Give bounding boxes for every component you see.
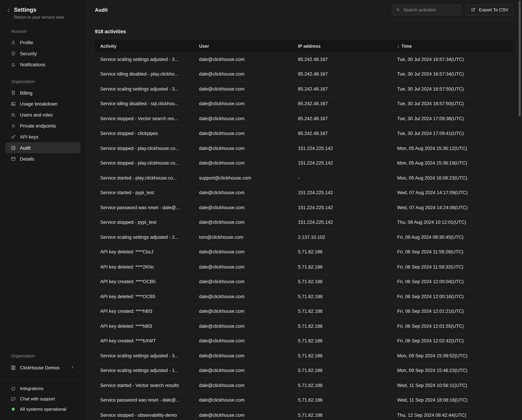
ip-cell: 2.137.10.102 [293,234,392,240]
activity-cell: Service stopped - pypi_test [95,220,194,225]
export-csv-button[interactable]: Export To CSV [466,4,513,15]
table-row[interactable]: Service stopped - observability-demo dal… [95,408,513,420]
sidebar-item-label: Details [20,156,34,162]
time-cell: Wed, 11 Sep 2024 10:56:11(UTC) [392,383,513,388]
activity-cell: Service scaling settings adjusted - 2... [95,234,194,240]
sidebar-item-label: API keys [20,134,38,140]
column-header-time[interactable]: ↓ Time [392,44,513,48]
table-row[interactable]: API key deleted: ****CbzJ dale@clickhous… [95,245,513,259]
table-row[interactable]: Service password was reset - dale@... da… [95,200,513,215]
ip-cell: 85.242.48.167 [293,56,392,62]
activity-cell: Service scaling settings adjusted - 1... [95,368,194,373]
column-header-ip[interactable]: IP address [293,44,392,48]
bell-icon [11,62,16,67]
ip-cell: 5.71.62.186 [293,383,392,388]
sidebar-item-users-and-roles[interactable]: Users and roles [5,109,81,120]
activity-cell: Service stopped - play.clickhouse.co... [95,160,194,166]
table-row[interactable]: Service stopped - Vector search res... d… [95,111,513,126]
table-row[interactable]: Service stopped - pypi_test dale@clickho… [95,215,513,230]
ip-cell: 5.71.62.186 [293,338,392,343]
integrations-link[interactable]: Integrations [5,383,81,394]
search-input[interactable] [403,8,457,12]
activity-cell: Service scaling settings adjusted - 3... [95,56,194,62]
table-row[interactable]: Service stopped - clickpipes dale@clickh… [95,126,513,141]
key-icon [11,134,16,140]
activity-cell: Service started - pypi_test [95,190,194,195]
sidebar-item-api-keys[interactable]: API keys [5,131,81,142]
chat-support-link[interactable]: Chat with support [5,394,81,404]
user-cell: dale@clickhouse.com [194,190,293,195]
sidebar-item-private-endpoints[interactable]: Private endpoints [5,120,81,131]
time-cell: Mon, 09 Sep 2024 15:39:52(UTC) [392,353,513,358]
sidebar-item-notifications[interactable]: Notifications [5,59,81,70]
sidebar-item-audit[interactable]: Audit [5,142,81,153]
table-row[interactable]: Service started - Vector search results … [95,378,513,393]
image-chart-icon [11,101,16,106]
table-row[interactable]: API key deleted: ****OCB5 dale@clickhous… [95,289,513,304]
search-box[interactable] [392,4,461,15]
sidebar-item-label: Profile [20,40,33,45]
table-row[interactable]: Service scaling settings adjusted - 1...… [95,363,513,378]
table-row[interactable]: Service scaling settings adjusted - 3...… [95,52,513,67]
sidebar-item-details[interactable]: Details [5,153,81,164]
activity-cell: Service password was reset - dale@... [95,205,194,210]
table-row[interactable]: API key deleted: ****hBl3 dale@clickhous… [95,319,513,334]
activity-cell: Service started - play.clickhouse.co... [95,175,194,180]
time-cell: Fri, 06 Sep 2024 12:02:42(UTC) [392,338,513,343]
audit-check-icon [11,145,16,150]
table-row[interactable]: Service idling disabled - play.clickho..… [95,67,513,82]
table-row[interactable]: Service password was reset - dale@... da… [95,393,513,408]
sidebar-item-billing[interactable]: Billing [5,87,81,98]
shield-icon [11,51,16,56]
time-cell: Fri, 09 Aug 2024 08:30:45(UTC) [392,234,513,240]
table-row[interactable]: API key created: ****OCB5 dale@clickhous… [95,274,513,289]
system-status[interactable]: All systems operational [5,404,81,414]
sidebar-item-usage-breakdown[interactable]: Usage breakdown [5,98,81,109]
sidebar-item-security[interactable]: Security [5,48,81,59]
activity-cell: API key deleted: ****2KNc [95,264,194,269]
table-row[interactable]: Service stopped - play.clickhouse.co... … [95,141,513,156]
main-panel: Audit Export To CSV 918 activities [86,0,522,420]
time-cell: Thu, 08 Aug 2024 10:12:01(UTC) [392,220,513,225]
table-row[interactable]: API key created: ****hBl3 dale@clickhous… [95,304,513,319]
chat-support-label: Chat with support [20,397,55,401]
sidebar-item-profile[interactable]: Profile [5,37,81,48]
time-cell: Wed, 07 Aug 2024 14:17:09(UTC) [392,190,513,195]
page-header: Audit Export To CSV [86,0,522,20]
user-cell: dale@clickhouse.com [194,101,293,106]
user-cell: dale@clickhouse.com [194,71,293,77]
time-cell: Fri, 06 Sep 2024 12:01:21(UTC) [392,308,513,314]
user-cell: dale@clickhouse.com [194,264,293,269]
table-row[interactable]: Service scaling settings adjusted - 3...… [95,82,513,96]
table-row[interactable]: Service started - play.clickhouse.co... … [95,171,513,185]
table-row[interactable]: API key created: ****bXWT dale@clickhous… [95,334,513,348]
time-cell: Fri, 06 Sep 2024 12:00:16(UTC) [392,294,513,299]
vertical-scrollbar[interactable] [519,1,521,117]
chevron-left-icon [6,8,11,13]
time-cell: Fri, 06 Sep 2024 11:59:28(UTC) [392,249,513,255]
table-row[interactable]: Service started - pypi_test dale@clickho… [95,185,513,200]
user-cell: dale@clickhouse.com [194,86,293,92]
back-button[interactable] [6,7,11,13]
org-switcher[interactable]: ClickHouse Demos [5,362,81,374]
user-icon [11,40,16,45]
activity-cell: Service scaling settings adjusted - 3... [95,353,194,358]
table-row[interactable]: Service scaling settings adjusted - 2...… [95,230,513,245]
table-row[interactable]: API key deleted: ****2KNc dale@clickhous… [95,259,513,274]
time-cell: Tue, 30 Jul 2024 16:57:34(UTC) [392,71,513,77]
ip-cell: 85.242.48.167 [293,116,392,121]
swap-arrows-icon [11,123,16,128]
column-header-activity[interactable]: Activity [95,44,194,48]
activity-cell: API key deleted: ****CbzJ [95,249,194,255]
window-icon [11,156,16,162]
section-label-org-switcher: Organization [11,354,81,358]
table-row[interactable]: Service scaling settings adjusted - 3...… [95,348,513,363]
user-cell: dale@clickhouse.com [194,249,293,255]
user-cell: dale@clickhouse.com [194,294,293,299]
table-row[interactable]: Service idling disabled - sql.clickhou..… [95,96,513,111]
table-row[interactable]: Service stopped - play.clickhouse.co... … [95,156,513,171]
user-cell: dale@clickhouse.com [194,308,293,314]
ip-cell: 151.224.225.142 [293,190,392,195]
column-header-user[interactable]: User [194,44,293,48]
ip-cell: 5.71.62.186 [293,308,392,314]
